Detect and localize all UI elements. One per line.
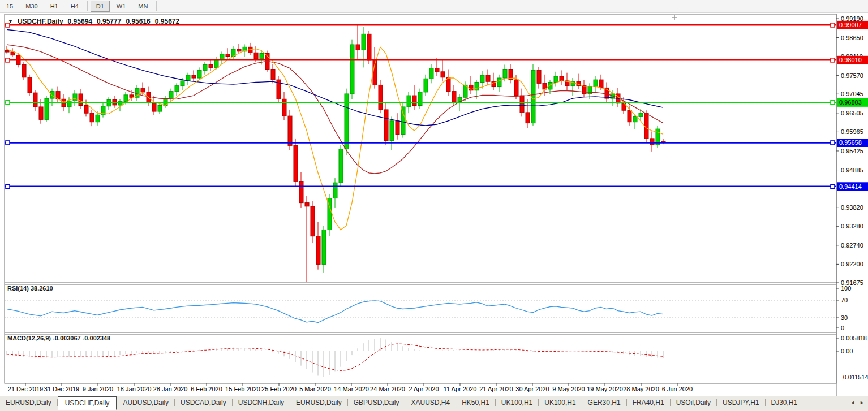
bull-candle [214,60,218,68]
date-tick-label: 9 May 2020 [552,386,585,392]
bear-candle [152,103,156,112]
bull-candle [639,113,643,116]
symbol-tab-hk50-h1[interactable]: HK50,H1 [456,397,495,409]
rsi-level-label: 70 [841,297,848,304]
date-tick-label: 15 Feb 2020 [225,386,260,392]
symbol-tab-usdcnh-daily[interactable]: USDCNH,Daily [233,397,290,409]
quote-low: 0.95616 [126,18,150,25]
date-tick-label: 30 Apr 2020 [515,386,549,392]
bull-candle [175,86,179,92]
bull-candle [50,92,54,98]
rsi-indicator-label: RSI(14) 38.2610 [7,285,53,292]
chart-symbol-label: USDCHF,Daily [18,18,63,25]
timeframe-button-w1[interactable]: W1 [111,1,132,12]
symbol-tab-uk100-h1[interactable]: UK100,H1 [539,397,581,409]
line-handle [6,101,10,105]
bear-candle [33,93,37,107]
bull-candle [594,80,598,86]
bull-candle [362,34,366,50]
bear-candle [294,145,298,181]
bull-candle [73,94,77,101]
scroll-tabs-right-icon[interactable]: ► [860,400,865,405]
bear-candle [644,113,648,139]
symbol-tab-uk100-h1[interactable]: UK100,H1 [496,397,538,409]
bear-candle [5,51,9,52]
rsi-level-label: 0 [841,325,844,331]
symbol-tab-eurusd-daily[interactable]: EURUSD,Daily [0,397,57,409]
price-chart-svg[interactable]: 0.991900.986500.981100.975700.970450.965… [0,12,868,396]
rsi-level-label: 30 [841,314,848,321]
date-tick-label: 2 Apr 2020 [409,386,439,392]
date-tick-label: 9 Jan 2020 [83,386,113,392]
date-tick-label: 19 May 2020 [587,386,623,392]
macd-pane [836,338,839,377]
bear-candle [311,206,315,236]
timeframe-button-d1[interactable]: D1 [91,1,110,12]
date-tick-label: 28 May 2020 [623,386,659,392]
macd-indicator-label: MACD(12,26,9) -0.003067 -0.002348 [7,335,110,341]
symbol-tab-fra40-h1[interactable]: FRA40,H1 [627,397,670,409]
symbol-tab-usdchf-daily[interactable]: USDCHF,Daily [58,396,117,410]
bear-candle [379,85,383,109]
timeframe-button-mn[interactable]: MN [132,1,153,12]
bear-candle [396,121,399,135]
bull-candle [480,75,484,82]
symbol-tab-usdjpy-h1[interactable]: USDJPY,H1 [717,397,764,409]
date-tick-label: 18 Jan 2020 [117,386,152,392]
bear-candle [90,113,94,122]
price-tick-label: 0.93820 [841,204,863,211]
bear-candle [39,107,43,119]
bear-candle [22,64,26,77]
bear-candle [209,64,213,67]
price-badge-value: 0.94414 [839,183,862,190]
timeframe-button-15[interactable]: 15 [1,1,19,12]
symbol-tab-usoil-daily[interactable]: USOil,Daily [671,397,716,409]
quote-close: 0.95672 [155,18,179,25]
bull-candle [588,87,592,94]
symbol-tab-xauusd-h4[interactable]: XAUUSD,H4 [405,397,456,409]
symbol-tab-gbpusd-daily[interactable]: GBPUSD,Daily [348,397,405,409]
price-badge-value: 0.96803 [839,99,862,106]
bear-candle [650,139,654,145]
price-tick-label: 0.93280 [841,223,863,230]
symbol-tab-ger30-h1[interactable]: GER30,H1 [582,397,626,409]
scroll-tabs-left-icon[interactable]: ◄ [850,400,855,405]
bull-candle [503,69,507,78]
bull-candle [197,70,201,78]
bear-candle [237,49,241,51]
bear-candle [79,94,83,106]
bull-candle [633,116,637,122]
symbol-tab-dj30-h1[interactable]: DJ30,H1 [766,397,803,409]
bull-candle [322,230,326,264]
bull-candle [497,78,501,87]
line-handle [831,101,835,105]
date-tick-label: 21 Dec 2019 [8,386,43,392]
quote-dropdown-icon[interactable]: ▼ [8,19,13,24]
macd-level-label: 0.005818 [841,335,867,341]
macd-level-label: 0.00 [841,348,853,354]
symbol-tab-eurusd-daily[interactable]: EURUSD,Daily [290,397,347,409]
bear-candle [441,72,445,77]
chart-title: ▼ USDCHF,Daily 0.95694 0.95777 0.95616 0… [8,18,181,25]
bull-candle [186,75,190,81]
bull-candle [203,64,207,70]
trading-platform-window: 15M30H1H4D1W1MN 0.991900.986500.981100.9… [0,0,868,411]
bear-candle [316,236,320,265]
timeframe-button-m30[interactable]: M30 [20,1,43,12]
timeframe-button-h1[interactable]: H1 [45,1,64,12]
bull-candle [475,82,479,90]
bear-candle [384,110,388,141]
quote-high: 0.95777 [97,18,121,25]
symbol-tab-usdcad-daily[interactable]: USDCAD,Daily [175,397,232,409]
line-handle [831,184,835,188]
bear-candle [254,53,258,59]
rsi-level-label: 100 [841,285,851,292]
timeframe-button-h4[interactable]: H4 [65,1,84,12]
bull-candle [260,54,264,59]
symbol-tab-audusd-daily[interactable]: AUDUSD,Daily [117,397,174,409]
price-tick-label: 0.98650 [841,34,863,41]
toolbar-separator [87,1,88,11]
price-tick-label: 0.92200 [841,261,863,267]
bull-candle [429,68,433,79]
chart-area[interactable]: 0.991900.986500.981100.975700.970450.965… [0,12,868,396]
